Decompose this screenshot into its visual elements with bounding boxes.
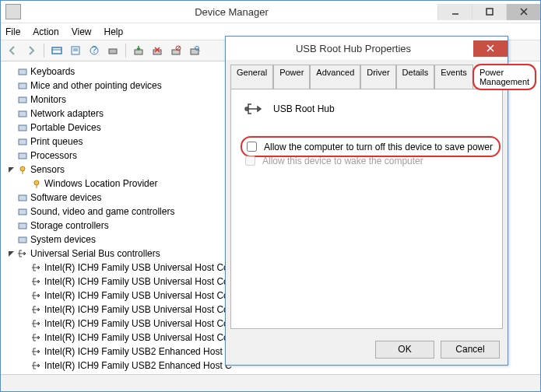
dialog-title: USB Root Hub Properties bbox=[234, 43, 473, 54]
tab-details[interactable]: Details bbox=[396, 65, 435, 89]
svg-rect-19 bbox=[19, 83, 26, 89]
app-icon bbox=[5, 4, 21, 19]
tree-label: Sensors bbox=[30, 163, 65, 177]
show-hidden-button[interactable] bbox=[48, 42, 65, 59]
dialog-buttons: OK Cancel bbox=[226, 334, 508, 365]
tree-label: Intel(R) ICH9 Family USB Universal Host … bbox=[44, 331, 229, 345]
tree-spacer bbox=[19, 360, 30, 371]
device-icon bbox=[30, 359, 43, 372]
collapse-icon[interactable] bbox=[5, 164, 16, 175]
svg-rect-20 bbox=[19, 97, 26, 103]
tree-label: Mice and other pointing devices bbox=[30, 79, 162, 93]
svg-rect-18 bbox=[19, 69, 26, 75]
usb-icon bbox=[244, 100, 265, 117]
device-icon bbox=[30, 303, 43, 316]
device-icon bbox=[16, 233, 29, 246]
tree-label: Storage controllers bbox=[30, 219, 109, 233]
menu-view[interactable]: View bbox=[72, 26, 92, 37]
close-button[interactable] bbox=[506, 4, 540, 20]
tree-label: Intel(R) ICH9 Family USB Universal Host … bbox=[44, 275, 229, 289]
collapse-icon[interactable] bbox=[5, 248, 16, 259]
tree-spacer bbox=[5, 220, 16, 231]
nav-forward-button[interactable] bbox=[23, 42, 40, 59]
tree-label: Windows Location Provider bbox=[44, 177, 157, 191]
svg-rect-24 bbox=[19, 153, 26, 159]
allow-wake-label: Allow this device to wake the computer bbox=[262, 156, 423, 166]
svg-rect-23 bbox=[19, 139, 26, 145]
svg-rect-31 bbox=[19, 223, 26, 229]
window-controls bbox=[437, 4, 540, 20]
tab-power-management[interactable]: Power Management bbox=[473, 65, 536, 89]
device-icon bbox=[16, 107, 29, 120]
tab-strip: General Power Advanced Driver Details Ev… bbox=[226, 60, 508, 89]
dialog-close-button[interactable] bbox=[473, 40, 508, 57]
tab-advanced[interactable]: Advanced bbox=[310, 65, 360, 89]
tree-label: Universal Serial Bus controllers bbox=[30, 247, 160, 261]
tree-spacer bbox=[19, 178, 30, 189]
device-header: USB Root Hub bbox=[244, 100, 335, 117]
minimize-button[interactable] bbox=[437, 4, 472, 20]
scan-hardware-button[interactable] bbox=[186, 42, 203, 59]
properties-dialog: USB Root Hub Properties General Power Ad… bbox=[225, 36, 508, 366]
tab-page: USB Root Hub Allow the computer to turn … bbox=[230, 89, 503, 329]
svg-rect-22 bbox=[19, 125, 26, 131]
svg-rect-9 bbox=[109, 49, 117, 54]
device-icon bbox=[16, 65, 29, 78]
window-title: Device Manager bbox=[26, 6, 437, 18]
tree-spacer bbox=[19, 318, 30, 329]
tab-driver[interactable]: Driver bbox=[360, 65, 395, 89]
tree-label: Intel(R) ICH9 Family USB Universal Host … bbox=[44, 317, 229, 331]
statusbar bbox=[1, 374, 540, 391]
tree-spacer bbox=[5, 122, 16, 133]
tree-label: Sound, video and game controllers bbox=[30, 205, 174, 219]
device-icon bbox=[30, 261, 43, 274]
menu-action[interactable]: Action bbox=[33, 26, 58, 37]
menu-file[interactable]: File bbox=[5, 26, 20, 37]
nav-back-button[interactable] bbox=[4, 42, 21, 59]
tree-label: System devices bbox=[30, 233, 96, 247]
tree-spacer bbox=[5, 94, 16, 105]
device-icon bbox=[16, 149, 29, 162]
tree-label: USB Composite Device bbox=[44, 373, 142, 374]
dialog-titlebar: USB Root Hub Properties bbox=[226, 37, 508, 60]
properties-button[interactable] bbox=[67, 42, 84, 59]
tree-spacer bbox=[5, 206, 16, 217]
menu-help[interactable]: Help bbox=[104, 26, 124, 37]
tree-label: Keyboards bbox=[30, 65, 75, 79]
tree-spacer bbox=[19, 262, 30, 273]
tree-spacer bbox=[19, 346, 30, 357]
maximize-button[interactable] bbox=[472, 4, 506, 20]
tree-spacer bbox=[19, 332, 30, 343]
svg-line-14 bbox=[177, 47, 180, 50]
tree-spacer bbox=[5, 150, 16, 161]
ok-button[interactable]: OK bbox=[375, 341, 434, 359]
svg-point-27 bbox=[34, 180, 39, 185]
disable-button[interactable] bbox=[167, 42, 184, 59]
tree-spacer bbox=[5, 66, 16, 77]
titlebar: Device Manager bbox=[1, 1, 540, 23]
toolbar-separator bbox=[125, 44, 126, 58]
allow-wake-checkbox bbox=[245, 156, 255, 166]
cancel-button[interactable]: Cancel bbox=[441, 341, 500, 359]
tab-power[interactable]: Power bbox=[273, 65, 310, 89]
tab-general[interactable]: General bbox=[230, 65, 273, 89]
scan-button[interactable] bbox=[104, 42, 121, 59]
tree-node[interactable]: USB Composite Device bbox=[19, 373, 540, 374]
device-icon bbox=[30, 345, 43, 358]
device-icon bbox=[30, 275, 43, 288]
toolbar-separator bbox=[44, 44, 44, 58]
device-icon bbox=[30, 331, 43, 344]
update-driver-button[interactable] bbox=[130, 42, 147, 59]
tree-spacer bbox=[5, 80, 16, 91]
tab-events[interactable]: Events bbox=[434, 65, 473, 89]
device-icon bbox=[30, 317, 43, 330]
svg-rect-30 bbox=[19, 209, 26, 215]
device-icon bbox=[16, 205, 29, 218]
svg-rect-21 bbox=[19, 111, 26, 117]
allow-power-off-checkbox[interactable] bbox=[247, 142, 257, 152]
device-icon bbox=[16, 163, 29, 176]
tree-label: Processors bbox=[30, 149, 77, 163]
help-button[interactable]: ? bbox=[86, 42, 103, 59]
uninstall-button[interactable] bbox=[149, 42, 166, 59]
tree-spacer bbox=[19, 304, 30, 315]
